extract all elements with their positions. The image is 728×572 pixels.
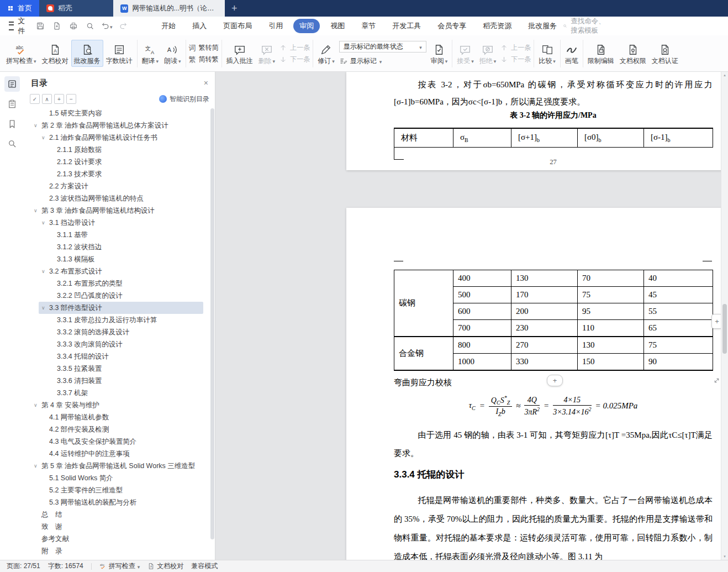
reject-change-button[interactable]: 拒绝 <box>477 40 499 67</box>
simp-to-trad-button[interactable]: 繁 简转繁 <box>189 55 219 64</box>
stress-table[interactable]: 碳钢40013070405001707545600200955570023011… <box>394 270 713 371</box>
doc-permission-button[interactable]: 文档权限 <box>617 40 649 67</box>
spell-check-button[interactable]: 拼写检查 <box>3 40 39 67</box>
toc-item[interactable]: 3.3.2 滚筒的选择及设计 <box>24 326 210 338</box>
toc-item[interactable]: ∨3.1 挡边带设计 <box>24 217 210 229</box>
toc-item[interactable]: ∨3.2 布置形式设计 <box>24 265 210 277</box>
toc-item[interactable]: 3.1.2 波状挡边 <box>24 241 210 253</box>
menu-item[interactable]: 视图 <box>324 19 351 33</box>
trad-to-simp-button[interactable]: 词 繁转简 <box>189 43 219 53</box>
toc-panel-button[interactable] <box>4 76 20 92</box>
file-menu[interactable]: 文件 <box>18 16 26 36</box>
hamburger-menu-icon[interactable] <box>9 22 14 30</box>
bookmark-pane-button[interactable] <box>4 116 20 132</box>
prev-change-button[interactable]: 上一条 <box>500 43 531 53</box>
toc-item[interactable]: 3.3.1 皮带总拉力及运行功率计算 <box>24 314 210 326</box>
menu-item[interactable]: 批改服务 <box>522 19 563 33</box>
toc-collapse-arrow-icon[interactable]: ∨ <box>41 305 49 311</box>
toc-item[interactable]: 3.3.3 改向滚筒的设计 <box>24 338 210 350</box>
docer-tab[interactable]: 稻壳 <box>39 0 113 17</box>
print-button[interactable] <box>67 20 80 32</box>
accept-change-button[interactable]: 接受 <box>454 40 477 67</box>
document-page-27[interactable]: 按表 3-2，对于σb=650MPa 的碳钢，承受对称循环变应力时的许用应力[σ… <box>346 72 728 170</box>
menu-item[interactable]: 开始 <box>155 19 182 33</box>
toc-collapse-arrow-icon[interactable]: ∨ <box>41 135 49 140</box>
menu-item[interactable]: 章节 <box>355 19 382 33</box>
toc-item[interactable]: 参考文献 <box>24 533 210 545</box>
toc-item[interactable]: 3.1.1 基带 <box>24 229 210 241</box>
table-resize-handle-icon[interactable] <box>712 376 721 385</box>
document-scrollbar-thumb[interactable] <box>722 304 727 354</box>
toc-scrollbar-thumb[interactable] <box>210 108 214 539</box>
review-button[interactable]: 审阅 <box>428 40 451 67</box>
document-page-28[interactable]: 碳钢40013070405001707545600200955570023011… <box>346 208 728 560</box>
spell-check-toggle[interactable]: 拼写检查 <box>99 561 140 571</box>
prev-comment-button[interactable]: 上一条 <box>279 43 310 53</box>
toc-item[interactable]: ∨第 4 章 安装与维护 <box>24 399 210 411</box>
toc-item[interactable]: 4.4 运转维护中的注意事项 <box>24 448 210 460</box>
toc-item[interactable]: ∨第 5 章 油炸食品网带输送机 Solid Works 三维造型 <box>24 460 210 472</box>
toc-item[interactable]: 致 谢 <box>24 521 210 533</box>
insert-comment-button[interactable]: 插入批注 <box>224 40 256 67</box>
undo-button[interactable] <box>100 20 113 32</box>
toc-item[interactable]: 2.2 方案设计 <box>24 180 210 192</box>
toc-item[interactable]: 3.2.2 凹凸弧度的设计 <box>24 290 210 302</box>
toc-item[interactable]: ∨2.1 油炸食品网带输送机设计任务书 <box>24 132 210 144</box>
menu-item[interactable]: 稻壳资源 <box>477 19 518 33</box>
toc-item[interactable]: 2.1.2 设计要求 <box>24 156 210 168</box>
toc-collapse-arrow-icon[interactable]: ∨ <box>34 463 41 469</box>
toc-item[interactable]: 附 录 <box>24 545 210 557</box>
delete-comment-button[interactable]: 删除 <box>256 40 278 67</box>
smart-recognize-toc-button[interactable]: 智能识别目录 <box>159 95 209 104</box>
toc-item[interactable]: 5.2 主要零件的三维造型 <box>24 484 210 496</box>
menu-item[interactable]: 会员专享 <box>431 19 472 33</box>
compare-button[interactable]: 比较 <box>536 40 558 67</box>
toc-item[interactable]: 2.1.1 原始数据 <box>24 144 210 156</box>
toc-item[interactable]: 3.1.3 横隔板 <box>24 253 210 265</box>
toc-item[interactable]: 3.2.1 布置形式的类型 <box>24 277 210 290</box>
new-tab-button[interactable]: + <box>225 0 244 17</box>
doc-proof-button[interactable]: 文档校对 <box>39 40 71 67</box>
toc-item[interactable]: 5.3 网带输送机的装配与分析 <box>24 496 210 508</box>
toc-item[interactable]: ∨3.3 部件选型设计 <box>24 302 210 314</box>
toc-reduce-button[interactable]: − <box>66 94 76 104</box>
menu-item[interactable]: 引用 <box>262 19 289 33</box>
menu-item[interactable]: 页面布局 <box>217 19 258 33</box>
word-count-indicator[interactable]: 字数: 16574 <box>48 561 83 571</box>
export-button[interactable] <box>50 20 64 32</box>
toc-item[interactable]: 4.1 网带输送机参数 <box>24 411 210 423</box>
toc-item[interactable]: 总 结 <box>24 508 210 521</box>
toc-collapse-arrow-icon[interactable]: ∨ <box>41 220 49 225</box>
doc-certify-button[interactable]: 文档认证 <box>649 40 681 67</box>
task-pane-button[interactable] <box>4 96 20 112</box>
toc-item[interactable]: ∨第 3 章 油炸食品网带输送机结构设计 <box>24 204 210 217</box>
track-changes-button[interactable]: 修订 <box>315 40 337 67</box>
toc-close-icon[interactable] <box>204 78 208 87</box>
toc-item[interactable]: 4.2 部件安装及检测 <box>24 423 210 435</box>
table-add-row-button[interactable]: + <box>547 375 563 386</box>
doc-proof-toggle[interactable]: 文档校对 <box>147 561 183 571</box>
menu-item[interactable]: 开发工具 <box>386 19 427 33</box>
toc-collapse-button[interactable]: ∧ <box>42 94 52 104</box>
restrict-edit-button[interactable]: 限制编辑 <box>585 40 617 67</box>
word-count-button[interactable]: 字数统计 <box>103 40 135 67</box>
show-markup-button[interactable]: 显示标记 <box>339 56 426 66</box>
document-tab[interactable]: W 网带输送机的...明书（论文） <box>113 0 225 17</box>
next-change-button[interactable]: 下一条 <box>500 55 531 64</box>
toc-collapse-arrow-icon[interactable]: ∨ <box>34 402 41 408</box>
read-aloud-button[interactable]: 朗读 <box>161 40 184 67</box>
scroll-down-arrow-icon[interactable] <box>721 553 728 560</box>
toc-item[interactable]: ∨第 2 章 油炸食品网带输送机总体方案设计 <box>24 119 210 132</box>
toc-item[interactable]: 3.3.5 拉紧装置 <box>24 363 210 375</box>
toc-collapse-arrow-icon[interactable]: ∨ <box>34 123 41 128</box>
compat-mode-indicator[interactable]: 兼容模式 <box>191 561 218 571</box>
stress-table-header[interactable]: 材料σB[σ+1]b[σ0]b[σ-1]b <box>394 128 713 148</box>
toc-item[interactable]: 2.1.3 技术要求 <box>24 168 210 180</box>
command-search[interactable]: 查找命令、搜索模板 <box>563 17 605 35</box>
scroll-up-arrow-icon[interactable] <box>721 72 728 78</box>
toc-expand-button[interactable]: + <box>54 94 64 104</box>
menu-item[interactable]: 审阅 <box>293 19 320 33</box>
ink-button[interactable]: 画笔 <box>562 40 581 67</box>
print-preview-button[interactable] <box>83 20 97 32</box>
correction-service-button[interactable]: 批改服务 <box>71 40 103 67</box>
